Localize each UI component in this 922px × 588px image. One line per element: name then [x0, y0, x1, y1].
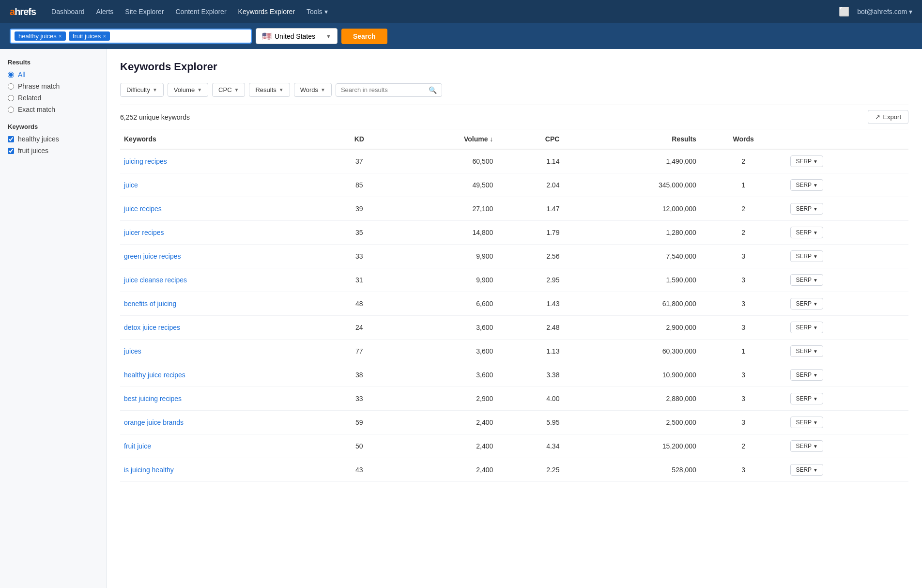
table-header-row: Keywords KD Volume ↓ CPC Results Words [120, 129, 908, 149]
serp-button-11[interactable]: SERP ▼ [790, 417, 823, 428]
cell-serp-6: SERP ▼ [786, 292, 908, 316]
filter-results[interactable]: Results ▼ [249, 83, 290, 97]
serp-button-5[interactable]: SERP ▼ [790, 274, 823, 286]
cell-keyword-0[interactable]: juicing recipes [120, 149, 333, 173]
checkbox-healthy-juices[interactable]: healthy juices [8, 135, 98, 143]
keywords-table: Keywords KD Volume ↓ CPC Results Words j… [120, 129, 908, 482]
cell-keyword-1[interactable]: juice [120, 173, 333, 197]
cell-keyword-8[interactable]: juices [120, 340, 333, 363]
cell-cpc-5: 2.95 [497, 268, 563, 292]
nav-tools[interactable]: Tools ▾ [307, 6, 328, 17]
cell-keyword-6[interactable]: benefits of juicing [120, 292, 333, 316]
cell-results-4: 7,540,000 [563, 245, 700, 268]
checkbox-fruit-juices[interactable]: fruit juices [8, 147, 98, 155]
cell-keyword-3[interactable]: juicer recipes [120, 221, 333, 245]
tag-fruit-juices[interactable]: fruit juices × [69, 31, 110, 41]
cell-keyword-10[interactable]: best juicing recipes [120, 387, 333, 411]
radio-all[interactable]: All [8, 71, 98, 78]
search-button[interactable]: Search [341, 29, 387, 44]
cell-cpc-10: 4.00 [497, 387, 563, 411]
country-flag: 🇺🇸 [262, 31, 272, 41]
search-in-results-input[interactable] [341, 86, 426, 93]
tag-healthy-juices[interactable]: healthy juices × [15, 31, 66, 41]
serp-button-3[interactable]: SERP ▼ [790, 227, 823, 238]
nav-dashboard[interactable]: Dashboard [51, 6, 85, 17]
cell-words-8: 1 [700, 340, 787, 363]
serp-button-4[interactable]: SERP ▼ [790, 250, 823, 262]
nav-alerts[interactable]: Alerts [96, 6, 114, 17]
filter-words[interactable]: Words ▼ [294, 83, 332, 97]
cell-serp-4: SERP ▼ [786, 245, 908, 268]
cell-volume-12: 2,400 [385, 434, 497, 458]
cell-keyword-5[interactable]: juice cleanse recipes [120, 268, 333, 292]
serp-button-13[interactable]: SERP ▼ [790, 464, 823, 476]
cell-results-13: 528,000 [563, 458, 700, 482]
cell-volume-3: 14,800 [385, 221, 497, 245]
cell-serp-3: SERP ▼ [786, 221, 908, 245]
serp-button-10[interactable]: SERP ▼ [790, 393, 823, 404]
cell-serp-13: SERP ▼ [786, 458, 908, 482]
col-keywords: Keywords [120, 129, 333, 149]
col-volume-sort[interactable]: Volume ↓ [464, 135, 493, 143]
serp-button-0[interactable]: SERP ▼ [790, 155, 823, 167]
cell-results-8: 60,300,000 [563, 340, 700, 363]
cpc-chevron: ▼ [234, 87, 239, 93]
filter-cpc[interactable]: CPC ▼ [212, 83, 245, 97]
cell-keyword-7[interactable]: detox juice recipes [120, 316, 333, 340]
cell-keyword-11[interactable]: orange juice brands [120, 411, 333, 434]
col-words: Words [700, 129, 787, 149]
radio-exact-match[interactable]: Exact match [8, 106, 98, 113]
nav-site-explorer[interactable]: Site Explorer [125, 6, 164, 17]
serp-button-6[interactable]: SERP ▼ [790, 298, 823, 309]
col-keywords-sort[interactable]: Keywords [124, 135, 156, 143]
country-dropdown[interactable]: United States United Kingdom Canada Aust… [275, 32, 323, 40]
unique-keywords-count: 6,252 unique keywords [120, 113, 190, 121]
serp-button-2[interactable]: SERP ▼ [790, 203, 823, 215]
cell-volume-10: 2,900 [385, 387, 497, 411]
serp-button-9[interactable]: SERP ▼ [790, 369, 823, 381]
filter-volume[interactable]: Volume ▼ [168, 83, 208, 97]
ahrefs-logo[interactable]: ahrefs [10, 6, 36, 17]
cell-keyword-2[interactable]: juice recipes [120, 197, 333, 221]
cell-cpc-7: 2.48 [497, 316, 563, 340]
cell-keyword-12[interactable]: fruit juice [120, 434, 333, 458]
country-selector[interactable]: 🇺🇸 United States United Kingdom Canada A… [256, 28, 338, 44]
serp-button-7[interactable]: SERP ▼ [790, 322, 823, 333]
table-row: juice cleanse recipes 31 9,900 2.95 1,59… [120, 268, 908, 292]
radio-phrase-match[interactable]: Phrase match [8, 82, 98, 90]
monitor-icon[interactable]: ⬜ [839, 6, 849, 17]
cell-kd-2: 39 [333, 197, 385, 221]
radio-related[interactable]: Related [8, 94, 98, 102]
cell-keyword-13[interactable]: is juicing healthy [120, 458, 333, 482]
page-title: Keywords Explorer [120, 61, 908, 73]
cell-volume-13: 2,400 [385, 458, 497, 482]
serp-button-8[interactable]: SERP ▼ [790, 345, 823, 357]
nav-keywords-explorer[interactable]: Keywords Explorer [238, 6, 295, 17]
keyword-input[interactable] [113, 32, 247, 40]
nav-content-explorer[interactable]: Content Explorer [175, 6, 226, 17]
tag-close-fruit[interactable]: × [103, 33, 106, 40]
export-button[interactable]: ↗ Export [868, 110, 908, 124]
cell-words-1: 1 [700, 173, 787, 197]
filter-difficulty[interactable]: Difficulty ▼ [120, 83, 164, 97]
cell-serp-11: SERP ▼ [786, 411, 908, 434]
cell-serp-7: SERP ▼ [786, 316, 908, 340]
serp-button-12[interactable]: SERP ▼ [790, 440, 823, 452]
cell-words-11: 3 [700, 411, 787, 434]
cell-serp-1: SERP ▼ [786, 173, 908, 197]
cell-keyword-4[interactable]: green juice recipes [120, 245, 333, 268]
col-cpc-sort[interactable]: CPC [545, 135, 560, 143]
col-words-sort[interactable]: Words [733, 135, 753, 143]
serp-button-1[interactable]: SERP ▼ [790, 179, 823, 191]
tag-close-healthy[interactable]: × [59, 33, 62, 40]
search-in-results-icon[interactable]: 🔍 [429, 86, 437, 94]
user-menu[interactable]: bot@ahrefs.com ▾ [857, 8, 912, 15]
keywords-checkbox-group: healthy juices fruit juices [8, 135, 98, 155]
col-kd-sort[interactable]: KD [354, 135, 364, 143]
cell-cpc-9: 3.38 [497, 363, 563, 387]
difficulty-chevron: ▼ [153, 87, 157, 93]
cell-keyword-9[interactable]: healthy juice recipes [120, 363, 333, 387]
col-results-sort[interactable]: Results [672, 135, 696, 143]
keyword-input-wrap: healthy juices × fruit juices × [10, 29, 252, 44]
cell-kd-4: 33 [333, 245, 385, 268]
